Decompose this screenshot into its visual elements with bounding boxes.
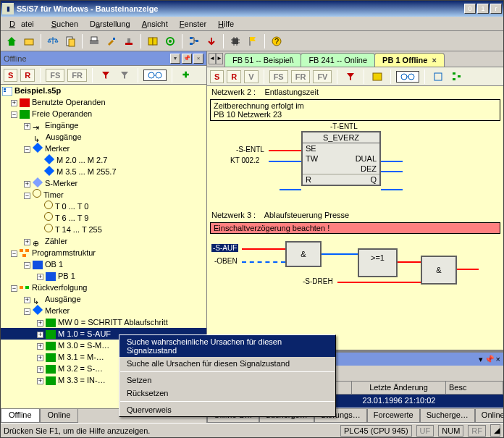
and-gate-2: & [421, 256, 457, 285]
ctx-xref[interactable]: Querverweis [119, 403, 335, 416]
ctx-reset[interactable]: Rücksetzen [119, 387, 335, 400]
dfilter1-icon[interactable] [343, 69, 358, 85]
svg-rect-23 [4, 90, 6, 92]
tab-fb241[interactable]: FB 241 -- Online [301, 53, 375, 67]
menu-suchen[interactable]: Suchen [46, 18, 84, 30]
diagram-area[interactable]: Netzwerk 2 : Entlastungszeit Zeitberechn… [207, 86, 503, 350]
expand-icon[interactable]: + [11, 100, 17, 106]
glasses-button[interactable] [143, 70, 167, 81]
file-icon [2, 87, 12, 96]
arrow-in-icon: ⇥ [33, 122, 43, 130]
svg-point-12 [169, 40, 172, 43]
left-sub-toolbar: S R FS FR ✚ [1, 66, 206, 85]
tree-item[interactable]: Benutzte Operanden [32, 98, 106, 106]
close-button[interactable]: r [490, 4, 502, 14]
ctx-search-probable[interactable]: Suche wahrscheinliche Ursachen für diese… [119, 335, 335, 357]
tree-item[interactable]: Freie Operanden [32, 109, 92, 118]
btn-fr[interactable]: FR [67, 69, 87, 82]
btab-online[interactable]: Online-Ba… [475, 409, 503, 423]
ctx-search-all[interactable]: Suche alle Ursachen für diesen Signalzus… [119, 357, 335, 370]
tab-nav-right[interactable]: ► [216, 53, 223, 64]
tool-stamp-icon[interactable] [121, 33, 137, 49]
pane-pin-button[interactable]: 📌 [182, 54, 192, 64]
tool-flag-icon[interactable] [245, 33, 261, 49]
tool-house-icon[interactable] [4, 33, 20, 49]
svg-rect-28 [25, 286, 29, 289]
bp-close-button[interactable]: × [496, 355, 500, 363]
tab-online[interactable]: Online [40, 409, 79, 423]
tool-chip-icon[interactable] [227, 33, 243, 49]
dbook-icon[interactable] [369, 69, 385, 85]
btn-s[interactable]: S [4, 69, 17, 82]
or-gate: >=1 [358, 248, 398, 277]
tool-scale-icon[interactable] [45, 33, 61, 49]
svg-rect-7 [125, 43, 133, 45]
menu-fenster[interactable]: Fenster [174, 18, 212, 30]
menu-hilfe[interactable]: Hilfe [212, 18, 240, 30]
filter1-icon[interactable] [98, 67, 114, 83]
tool-book-icon[interactable] [145, 33, 161, 49]
tool-tree-icon[interactable] [186, 33, 202, 49]
plus-icon[interactable]: ✚ [177, 67, 193, 83]
tool-print-icon[interactable] [86, 33, 102, 49]
svg-rect-27 [20, 286, 23, 289]
diamond-icon [33, 143, 43, 153]
svg-rect-34 [453, 78, 455, 80]
tab-close-icon[interactable]: × [432, 56, 436, 64]
filter2-icon[interactable] [117, 67, 133, 83]
tab-offline[interactable]: Offline [1, 409, 40, 423]
resize-grip[interactable]: ◢ [490, 424, 500, 437]
btab-search2[interactable]: Sucherge… [420, 409, 475, 423]
btn-fs[interactable]: FS [46, 69, 64, 82]
dblock-icon[interactable] [430, 69, 446, 85]
tab-nav-left[interactable]: ◄ [209, 53, 216, 64]
collapse-icon[interactable]: − [11, 111, 17, 118]
menu-darstellung[interactable]: Darstellung [84, 18, 136, 30]
ctx-set[interactable]: Setzen [119, 374, 335, 387]
btab-force[interactable]: Forcewerte [367, 409, 420, 423]
status-hint: Drücken Sie F1, um die Hilfe anzuzeigen. [4, 426, 336, 435]
statusbar: Drücken Sie F1, um die Hilfe anzuzeigen.… [1, 423, 503, 437]
minimize-button[interactable]: 0 [464, 4, 476, 14]
network2-desc: Zeitberechnung erfolgt imPB 10 Netzwerk … [210, 99, 500, 121]
tree-root[interactable]: Beispiel.s5p [14, 86, 61, 95]
svg-rect-10 [153, 38, 157, 45]
network3-header: Netzwerk 3 : Ablaufsteuerung Presse [207, 209, 503, 221]
menu-ansicht[interactable]: Ansicht [136, 18, 174, 30]
dtree-icon[interactable] [449, 69, 465, 85]
menu-datei[interactable]: Datei [4, 18, 46, 30]
tab-fb51[interactable]: FB 51 -- Beispiel\ [224, 53, 301, 67]
maximize-button[interactable]: 1 [477, 4, 489, 14]
tool-help-icon[interactable]: ? [269, 33, 285, 49]
tool-doc-icon[interactable] [62, 33, 78, 49]
tab-pb1[interactable]: PB 1 Offline× [374, 53, 445, 67]
bp-pin-button[interactable]: 📌 [484, 355, 495, 364]
svg-point-19 [148, 72, 154, 78]
svg-rect-24 [20, 249, 23, 252]
diagram-toolbar: S R V FS FR FV [207, 67, 503, 86]
arrow-out-icon: ↳ [33, 133, 43, 142]
svg-point-31 [408, 74, 414, 80]
status-num: NUM [438, 425, 463, 437]
main-toolbar: ? [1, 31, 503, 51]
menubar: Datei Suchen Darstellung Ansicht Fenster… [1, 17, 503, 31]
tool-down-icon[interactable] [203, 33, 219, 49]
btn-r[interactable]: R [20, 69, 35, 82]
tool-gear-icon[interactable] [162, 33, 178, 49]
bp-menu-button[interactable]: ▾ [479, 355, 483, 364]
col-desc[interactable]: Besc [446, 382, 503, 394]
svg-rect-26 [22, 254, 26, 257]
dglasses-button[interactable] [396, 71, 419, 83]
pane-menu-button[interactable]: ▾ [170, 54, 180, 64]
svg-rect-5 [91, 37, 97, 41]
pane-close-button[interactable]: × [193, 54, 203, 64]
tool-brush-icon[interactable] [104, 33, 119, 49]
svg-rect-16 [232, 38, 238, 44]
col-last-change[interactable]: Letzte Änderung [352, 382, 446, 394]
struct-icon [20, 249, 30, 258]
signal-selected[interactable]: -S-AUF [211, 244, 238, 252]
red-square-icon [20, 98, 30, 107]
svg-rect-35 [458, 75, 461, 77]
trace-icon [20, 284, 30, 292]
tool-folder-icon[interactable] [21, 33, 37, 49]
